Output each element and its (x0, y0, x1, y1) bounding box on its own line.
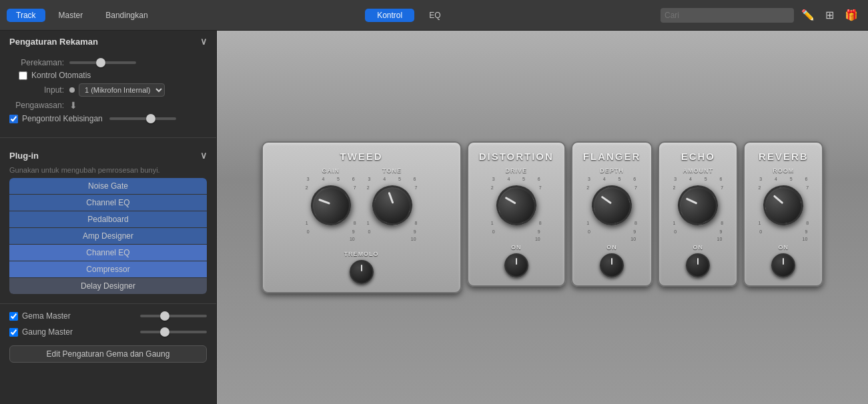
tone-knob-group: TONE 3 4 5 6 2 1 (367, 167, 418, 241)
gain-knob-row: 2 1 7 8 (306, 185, 356, 225)
distortion-on-label: ON (511, 244, 522, 251)
tremolo-knob[interactable] (350, 260, 374, 284)
gain-scale-right: 7 8 (354, 185, 356, 225)
echo-on-knob[interactable] (686, 253, 710, 277)
drive-knob[interactable] (490, 180, 542, 231)
gaung-master-label: Gaung Master (22, 327, 73, 337)
amp-module-echo: ECHO AMOUNT 3 4 5 6 2 1 (658, 141, 738, 287)
gema-master-checkbox[interactable] (9, 312, 18, 321)
amount-label: AMOUNT (683, 167, 714, 174)
room-knob[interactable] (761, 182, 807, 229)
perekaman-slider-thumb (96, 58, 105, 67)
plugin-item-channel-eq-1[interactable]: Channel EQ (9, 195, 207, 211)
tone-knob[interactable] (366, 180, 418, 231)
tab-track[interactable]: Track (7, 9, 45, 22)
distortion-on-knob[interactable] (504, 253, 528, 277)
input-row: Input: 1 (Mikrofon Internal) (9, 83, 207, 97)
reverb-on-knob[interactable] (771, 253, 795, 277)
kontrol-otomatis-checkbox[interactable] (19, 71, 27, 80)
plugin-list: Noise Gate Channel EQ Pedalboard Amp Des… (9, 178, 207, 294)
amp-container: TWEED GAIN 3 4 5 6 (262, 141, 824, 293)
gaung-row: Gaung Master (9, 327, 207, 337)
input-label: Input: (9, 85, 69, 95)
gaung-slider[interactable] (140, 331, 207, 333)
toolbar-center: Kontrol EQ (161, 9, 657, 22)
distortion-on-group: ON (504, 244, 528, 277)
amp-module-flanger: FLANGER DEPTH 3 4 5 6 2 1 (571, 141, 653, 287)
reverb-on-group: ON (771, 244, 795, 277)
divider-2 (0, 303, 216, 304)
flanger-on-knob[interactable] (600, 253, 624, 277)
pengawasan-label: Pengawasan: (9, 101, 69, 110)
plugin-item-pedalboard[interactable]: Pedalboard (9, 211, 207, 228)
tone-scale-left: 2 1 (367, 185, 370, 225)
flanger-title: FLANGER (583, 151, 641, 162)
tone-scale-right: 7 8 (415, 185, 418, 225)
tone-scale-bottom: 0 9 (368, 229, 416, 234)
gift-icon[interactable]: 🎁 (841, 7, 861, 23)
amount-knob-group: AMOUNT 3 4 5 6 2 1 7 (673, 167, 723, 241)
tab-master[interactable]: Master (49, 9, 93, 22)
flanger-on-label: ON (606, 244, 617, 251)
recording-section-body: Perekaman: Kontrol Otomatis Input: 1 (Mi… (0, 52, 216, 133)
echo-on-label: ON (693, 244, 704, 251)
amount-knob[interactable] (671, 179, 725, 232)
gain-knob[interactable] (304, 178, 358, 233)
plugin-item-amp-designer[interactable]: Amp Designer (9, 228, 207, 245)
plugin-hint: Gunakan untuk mengubah pemrosesan bunyi. (9, 166, 207, 174)
edit-gema-gaung-button[interactable]: Edit Pengaturan Gema dan Gaung (9, 345, 207, 363)
perekaman-label: Perekaman: (9, 58, 69, 67)
plugin-chevron-icon: ∨ (200, 150, 207, 161)
pengontrol-slider-thumb (146, 114, 155, 123)
left-panel: Pengaturan Rekaman ∨ Perekaman: Kontrol … (0, 31, 217, 404)
gain-scale-left: 2 1 (306, 185, 308, 225)
plugin-section-header[interactable]: Plug-in ∨ (9, 145, 207, 166)
input-select[interactable]: 1 (Mikrofon Internal) (79, 83, 165, 97)
search-input[interactable] (661, 8, 794, 23)
gema-slider-thumb (160, 311, 169, 321)
gain-scale-bottom: 0 9 (307, 229, 355, 234)
gaung-master-checkbox[interactable] (9, 328, 18, 337)
pengontrol-kebisingan-label: Pengontrol Kebisingan (22, 114, 103, 123)
tremolo-group: TREMOLO (344, 251, 379, 284)
plugin-item-compressor[interactable]: Compressor (9, 261, 207, 278)
depth-knob[interactable] (587, 181, 636, 229)
pengontrol-kebisingan-checkbox[interactable] (9, 115, 18, 123)
gain-scale-top: 3 4 5 6 (307, 177, 355, 181)
perekaman-slider[interactable] (69, 61, 136, 64)
tab-bandingkan[interactable]: Bandingkan (96, 9, 157, 22)
depth-knob-group: DEPTH 3 4 5 6 2 1 7 (586, 167, 637, 241)
reverb-on-label: ON (779, 244, 789, 251)
tab-kontrol[interactable]: Kontrol (365, 9, 414, 22)
drive-knob-group: DRIVE 3 4 5 6 2 1 7 (491, 167, 542, 241)
room-knob-group: ROOM 3 4 5 6 2 1 7 (758, 167, 809, 241)
tone-label: TONE (382, 167, 402, 174)
kontrol-otomatis-row: Kontrol Otomatis (19, 71, 197, 80)
mic-icon: ⬇ (69, 100, 77, 111)
recording-section-header[interactable]: Pengaturan Rekaman ∨ (0, 31, 216, 52)
recording-section-title: Pengaturan Rekaman (9, 37, 98, 47)
gain-knob-group: GAIN 3 4 5 6 2 1 (306, 167, 356, 241)
amp-module-reverb: REVERB ROOM 3 4 5 6 2 1 (743, 141, 823, 287)
kontrol-otomatis-label: Kontrol Otomatis (31, 71, 91, 80)
echo-title: ECHO (681, 151, 715, 162)
tweed-knob-row: GAIN 3 4 5 6 2 1 (306, 167, 418, 241)
plugin-item-noise-gate[interactable]: Noise Gate (9, 178, 207, 195)
input-indicator (69, 87, 75, 93)
pencil-icon[interactable]: ✏️ (798, 7, 818, 23)
plugin-section-title: Plug-in (9, 151, 39, 161)
tab-eq[interactable]: EQ (417, 9, 452, 22)
pengontrol-slider[interactable] (109, 117, 176, 120)
plugin-item-delay-designer[interactable]: Delay Designer (9, 278, 207, 294)
reverb-title: REVERB (759, 151, 809, 162)
plugin-item-channel-eq-2[interactable]: Channel EQ (9, 245, 207, 261)
input-select-row: 1 (Mikrofon Internal) (69, 83, 165, 97)
divider-1 (0, 137, 216, 138)
tremolo-label: TREMOLO (344, 251, 379, 257)
distortion-title: DISTORTION (479, 151, 554, 162)
grid-icon[interactable]: ⊞ (822, 7, 837, 23)
drive-label: DRIVE (505, 167, 527, 174)
tweed-title: TWEED (340, 151, 383, 162)
amp-module-tweed: TWEED GAIN 3 4 5 6 (262, 141, 462, 293)
gema-slider[interactable] (140, 315, 207, 317)
